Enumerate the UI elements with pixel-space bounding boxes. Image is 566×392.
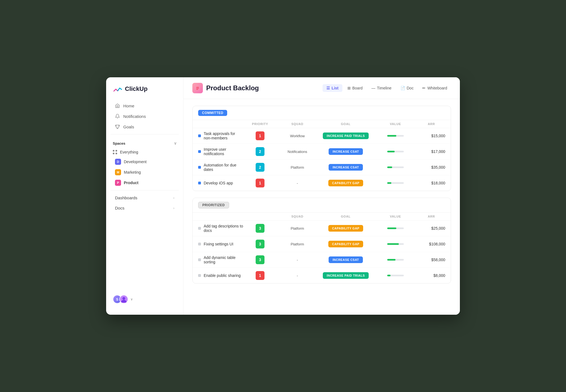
arr-cell: $58,000 <box>418 258 445 262</box>
table-row: Fixing settings UI 3 Platform CAPABILITY… <box>193 236 451 252</box>
sidebar-item-everything[interactable]: Everything <box>106 148 183 157</box>
value-cell <box>373 275 418 276</box>
squad-cell: Notifications <box>277 150 318 154</box>
avatar-stack: S <box>113 295 128 304</box>
col-task <box>198 122 243 126</box>
progress-fill <box>387 243 399 245</box>
development-avatar: D <box>115 159 121 165</box>
board-icon: ⊞ <box>347 86 351 90</box>
goal-cell: INCREASE CSAT <box>318 164 373 171</box>
table-row: Automation for due dates 2 Platform INCR… <box>193 160 451 175</box>
squad-cell: Platform <box>277 165 318 169</box>
sidebar: ClickUp Home Notifications Goals Spa <box>106 77 184 315</box>
progress-bar <box>387 151 404 152</box>
table-row: Add dynamic table sorting 3 - INCREASE C… <box>193 252 451 268</box>
priority-badge-green: 3 <box>256 224 264 233</box>
task-dot-blue <box>198 150 201 153</box>
col-priority-p <box>243 215 277 218</box>
priority-cell: 1 <box>243 179 277 187</box>
goal-badge: INCREASE CSAT <box>329 256 363 263</box>
progress-bar <box>387 227 404 229</box>
tab-doc[interactable]: 📄 Doc <box>397 84 418 92</box>
goal-badge: INCREASE PAID TRIALS <box>323 272 369 279</box>
progress-bar <box>387 243 404 245</box>
tab-whiteboard[interactable]: ✏ Whiteboard <box>418 84 451 92</box>
clickup-logo-icon <box>113 84 123 94</box>
priority-badge-cyan: 2 <box>256 163 264 172</box>
progress-fill <box>387 182 391 184</box>
priority-cell: 1 <box>243 271 277 280</box>
goal-badge: CAPABILITY GAP <box>328 225 363 232</box>
task-dot-blue <box>198 134 201 137</box>
col-priority: PRIORITY <box>243 122 277 126</box>
spaces-chevron-down[interactable]: ∨ <box>174 141 177 145</box>
committed-label-row: COMMITTED <box>193 106 451 120</box>
sidebar-item-home[interactable]: Home <box>108 100 181 111</box>
prioritized-badge: PRIORITIZED <box>198 202 229 208</box>
progress-fill <box>387 166 392 168</box>
sidebar-item-dashboards[interactable]: Dashboards › <box>108 193 181 203</box>
page-title: Product Backlog <box>206 84 259 92</box>
task-name: Add dynamic table sorting <box>204 255 243 264</box>
tab-whiteboard-label: Whiteboard <box>427 86 447 90</box>
table-row: Develop iOS app 1 - CAPABILITY GAP $18 <box>193 175 451 191</box>
task-cell: Add dynamic table sorting <box>198 255 243 264</box>
sidebar-item-product[interactable]: P Product <box>108 178 181 188</box>
goal-cell: CAPABILITY GAP <box>318 225 373 232</box>
arr-cell: $15,000 <box>418 134 445 138</box>
arr-cell: $35,000 <box>418 165 445 169</box>
task-name: Enable public sharing <box>204 273 241 278</box>
doc-icon: 📄 <box>400 86 405 90</box>
table-row: Task approvals for non-members 1 Workflo… <box>193 128 451 144</box>
tab-board[interactable]: ⊞ Board <box>344 84 366 92</box>
arr-cell: $17,000 <box>418 149 445 154</box>
sidebar-item-goals[interactable]: Goals <box>108 121 181 132</box>
tab-timeline[interactable]: — Timeline <box>368 84 395 92</box>
tab-timeline-label: Timeline <box>377 86 391 90</box>
tab-list[interactable]: ☰ List <box>323 84 342 92</box>
progress-bar <box>387 275 404 276</box>
col-goal: GOAL <box>318 122 373 126</box>
col-arr: ARR <box>418 122 445 126</box>
value-cell <box>373 243 418 245</box>
main-content: Product Backlog ☰ List ⊞ Board — Timelin… <box>184 77 460 315</box>
user-dropdown-chevron[interactable]: ∨ <box>130 297 133 301</box>
value-cell <box>373 135 418 137</box>
sidebar-item-notifications[interactable]: Notifications <box>108 111 181 121</box>
col-goal-p: GOAL <box>318 215 373 218</box>
col-squad-p: SQUAD <box>277 215 318 218</box>
sidebar-item-docs[interactable]: Docs › <box>108 203 181 213</box>
svg-point-1 <box>122 297 125 300</box>
sidebar-divider-1 <box>111 134 179 134</box>
spaces-section-header: Spaces ∨ <box>106 137 183 148</box>
progress-bar <box>387 259 404 261</box>
tab-board-label: Board <box>352 86 363 90</box>
col-task-p <box>198 215 243 218</box>
sidebar-item-goals-label: Goals <box>123 125 134 129</box>
home-icon <box>115 103 120 108</box>
goal-cell: CAPABILITY GAP <box>318 180 373 186</box>
dashboards-label: Dashboards <box>115 195 137 200</box>
goal-badge: CAPABILITY GAP <box>328 180 363 186</box>
squad-cell: Platform <box>277 226 318 231</box>
task-cell: Enable public sharing <box>198 273 243 278</box>
goal-cell: CAPABILITY GAP <box>318 241 373 247</box>
task-cell: Automation for due dates <box>198 163 243 172</box>
goal-cell: INCREASE PAID TRIALS <box>318 133 373 139</box>
arr-cell: $25,000 <box>418 226 445 231</box>
docs-label: Docs <box>115 206 124 210</box>
task-dot-gray <box>198 274 201 277</box>
spaces-label: Spaces <box>113 141 125 145</box>
task-name: Fixing settings UI <box>204 242 233 246</box>
priority-cell: 2 <box>243 147 277 156</box>
sidebar-item-home-label: Home <box>123 104 134 108</box>
progress-fill <box>387 135 396 137</box>
topbar: Product Backlog ☰ List ⊞ Board — Timelin… <box>184 77 460 99</box>
marketing-label: Marketing <box>124 170 141 174</box>
progress-bar <box>387 182 404 184</box>
squad-cell: Platform <box>277 242 318 246</box>
priority-cell: 1 <box>243 131 277 140</box>
sidebar-item-development[interactable]: D Development <box>108 157 181 167</box>
tab-doc-label: Doc <box>407 86 414 90</box>
sidebar-item-marketing[interactable]: M Marketing <box>108 167 181 178</box>
